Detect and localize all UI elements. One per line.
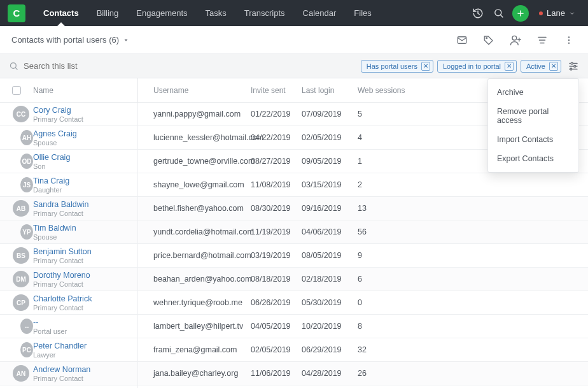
cell-invite-sent: 04/22/2019 <box>251 133 302 142</box>
avatar: CP <box>13 294 29 311</box>
cell-web-sessions: 1 <box>358 157 434 166</box>
list-density-icon[interactable] <box>535 32 550 48</box>
svg-point-21 <box>574 65 576 67</box>
avatar: DM <box>13 271 29 287</box>
filter-chip[interactable]: Active✕ <box>521 60 561 73</box>
cell-last-login: 04/06/2019 <box>302 227 358 236</box>
cell-username: jana.bailey@charley.org <box>137 385 251 388</box>
filter-chips: Has portal users✕Logged in to portal✕Act… <box>361 60 561 73</box>
cell-invite-sent: 02/05/2019 <box>251 345 302 354</box>
contact-name-link[interactable]: Peter Chandler <box>33 341 137 350</box>
filter-chip-label: Logged in to portal <box>443 62 501 70</box>
contact-name-link[interactable]: Cory Craig <box>33 106 137 115</box>
dropdown-item[interactable]: Remove portal access <box>488 102 578 130</box>
cell-last-login: 10/20/2019 <box>302 322 358 331</box>
filter-row: Has portal users✕Logged in to portal✕Act… <box>0 54 588 78</box>
cell-username: lambert_bailey@hilpert.tv <box>137 315 251 338</box>
table-row[interactable]: CPCharlotte PatrickPrimary Contactwehner… <box>0 291 588 315</box>
contact-name-link[interactable]: Ollie Craig <box>33 153 137 162</box>
filter-chip[interactable]: Has portal users✕ <box>361 60 433 73</box>
cell-invite-sent: 11/19/2019 <box>251 227 302 236</box>
contact-name-link[interactable]: Andrew Norman <box>33 365 137 374</box>
cell-web-sessions: 0 <box>358 298 434 307</box>
chip-remove-icon[interactable]: ✕ <box>505 62 514 71</box>
cell-last-login: 04/28/2019 <box>302 369 358 378</box>
table-row[interactable]: JSTina CraigDaughtershayne_lowe@gmail.co… <box>0 173 588 197</box>
filter-settings-icon[interactable] <box>568 61 579 72</box>
cell-last-login: 07/09/2019 <box>302 110 358 119</box>
more-menu-icon[interactable] <box>561 32 577 48</box>
search-field-icon <box>9 61 18 71</box>
column-web-sessions[interactable]: Web sessions <box>358 86 434 95</box>
cell-last-login: 09/05/2019 <box>302 157 358 166</box>
column-username[interactable]: Username <box>137 78 251 102</box>
search-input[interactable] <box>24 61 189 71</box>
column-last-login[interactable]: Last login <box>302 86 358 95</box>
contact-name-link[interactable]: -- <box>33 318 137 327</box>
search-icon[interactable] <box>488 3 508 24</box>
nav-tab-files[interactable]: Files <box>345 0 380 26</box>
nav-tab-calendar[interactable]: Calendar <box>294 0 346 26</box>
table-row[interactable]: DMDorothy MorenoPrimary Contactbeahan_ar… <box>0 268 588 291</box>
cell-last-login: 06/29/2019 <box>302 345 358 354</box>
contact-name-link[interactable]: Sandra Baldwin <box>33 200 137 209</box>
contact-name-link[interactable]: Benjamin Sutton <box>33 247 137 256</box>
column-name[interactable]: Name <box>33 86 137 95</box>
table-row[interactable]: BSBenjamin SuttonPrimary Contactprice.be… <box>0 244 588 268</box>
mail-icon[interactable] <box>454 32 470 48</box>
contact-name-link[interactable]: Tina Craig <box>33 176 137 185</box>
table-row[interactable]: YPTim BaldwinSpouseyundt.cordelia@hotmai… <box>0 220 588 244</box>
add-button[interactable] <box>512 5 529 22</box>
cell-invite-sent: 08/18/2019 <box>251 275 302 284</box>
nav-tab-transcripts[interactable]: Transcripts <box>235 0 294 26</box>
chip-remove-icon[interactable]: ✕ <box>549 62 558 71</box>
nav-tab-billing[interactable]: Billing <box>88 0 128 26</box>
contact-name-link[interactable]: Dorothy Moreno <box>33 271 137 280</box>
chip-remove-icon[interactable]: ✕ <box>421 62 430 71</box>
table-row[interactable]: ANAndrew NormanPrimary Contactjana.baile… <box>0 362 588 385</box>
table-row[interactable]: ANCharles PotterPrimary Contactjana.bail… <box>0 385 588 388</box>
contact-name-link[interactable]: Agnes Craig <box>33 129 137 138</box>
contact-name-link[interactable]: Tim Baldwin <box>33 224 137 233</box>
svg-point-0 <box>494 10 501 16</box>
contact-role: Primary Contact <box>33 280 137 288</box>
contact-name-link[interactable]: Charlotte Patrick <box>33 294 137 303</box>
nav-tab-engagements[interactable]: Engagements <box>127 0 196 26</box>
avatar: -- <box>20 319 33 334</box>
filter-chip-label: Active <box>526 62 545 70</box>
tag-icon[interactable] <box>481 32 496 48</box>
cell-web-sessions: 56 <box>358 227 434 236</box>
column-invite-sent[interactable]: Invite sent <box>251 86 302 95</box>
cell-web-sessions: 32 <box>358 345 434 354</box>
table-row[interactable]: ABSandra BaldwinPrimary Contactbethel.fi… <box>0 197 588 220</box>
cell-last-login: 02/18/2019 <box>302 275 358 284</box>
svg-line-1 <box>500 15 502 17</box>
cell-username: yanni.pappy@gmail.com <box>137 103 251 126</box>
table-row[interactable]: ----Portal userlambert_bailey@hilpert.tv… <box>0 315 588 338</box>
select-all-checkbox[interactable] <box>12 86 21 95</box>
contact-role: Portal user <box>33 327 137 335</box>
cell-invite-sent: 06/26/2019 <box>251 298 302 307</box>
svg-line-17 <box>15 68 17 69</box>
contact-role: Primary Contact <box>33 375 137 382</box>
filter-chip[interactable]: Logged in to portal✕ <box>437 60 517 73</box>
user-name: Lane <box>547 8 565 18</box>
cell-last-login: 03/15/2019 <box>302 180 358 189</box>
nav-tab-contacts[interactable]: Contacts <box>34 0 88 26</box>
top-nav: C ContactsBillingEngagementsTasksTranscr… <box>0 0 588 26</box>
dropdown-item[interactable]: Import Contacts <box>488 130 578 149</box>
dropdown-item[interactable]: Export Contacts <box>488 149 578 168</box>
table-row[interactable]: PCPeter ChandlerLawyerframi_zena@gmail.c… <box>0 338 588 362</box>
svg-marker-4 <box>125 39 128 41</box>
svg-point-13 <box>568 36 570 38</box>
svg-point-14 <box>568 39 570 40</box>
dropdown-item[interactable]: Archive <box>488 83 578 102</box>
nav-tab-tasks[interactable]: Tasks <box>197 0 235 26</box>
app-logo[interactable]: C <box>8 4 25 22</box>
history-icon[interactable] <box>468 3 488 24</box>
user-menu[interactable]: Lane <box>533 8 579 18</box>
cell-invite-sent: 01/22/2019 <box>251 110 302 119</box>
add-contact-icon[interactable] <box>508 32 523 48</box>
notification-dot-icon <box>539 11 543 15</box>
list-title-dropdown[interactable]: Contacts with portal users (6) <box>11 35 129 45</box>
